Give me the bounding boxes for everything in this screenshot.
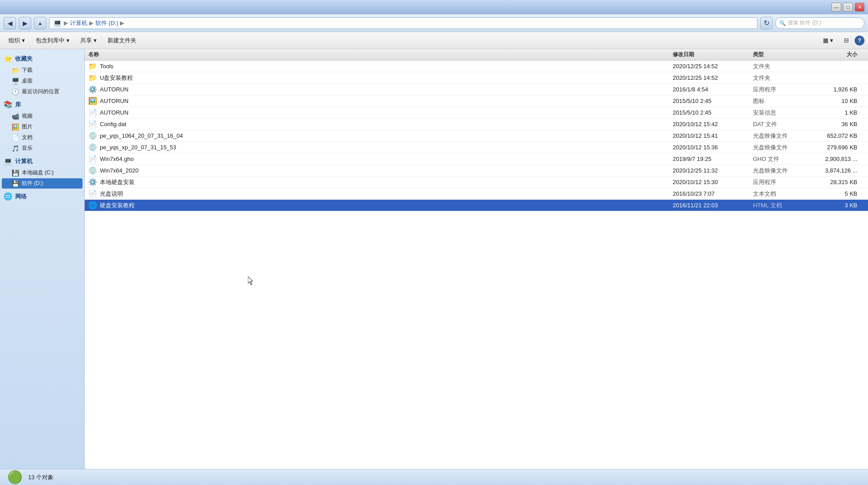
path-separator: ▶ <box>64 20 68 26</box>
include-library-label: 包含到库中 <box>36 37 65 45</box>
table-row[interactable]: 📄 AUTORUN 2015/5/10 2:45 安装信息 1 KB <box>85 107 868 119</box>
up-button[interactable]: ▲ <box>34 17 46 29</box>
sidebar-item-local-disk[interactable]: 💾 本地磁盘 (C:) <box>2 168 82 178</box>
table-row[interactable]: 📄 光盘说明 2016/10/23 7:07 文本文档 5 KB <box>85 188 868 200</box>
file-name-cell: 📄 Win7x64.gho <box>88 155 673 163</box>
close-button[interactable]: ✕ <box>855 3 864 12</box>
file-name-cell: 📁 U盘安装教程 <box>88 74 673 82</box>
file-name: Win7x64.gho <box>100 156 134 162</box>
music-label: 音乐 <box>22 144 33 152</box>
sidebar-section-library: 📚 库 📹 视频 🖼️ 图片 📄 文档 🎵 音乐 <box>0 99 84 153</box>
file-name: 光盘说明 <box>100 190 123 198</box>
favorites-label: 收藏夹 <box>15 55 33 63</box>
table-row[interactable]: 💿 pe_yqs_xp_20_07_31_15_53 2020/10/12 15… <box>85 142 868 153</box>
file-icon: ⚙️ <box>88 85 97 94</box>
table-row[interactable]: 📄 Win7x64.gho 2019/9/7 19:25 GHO 文件 2,90… <box>85 153 868 165</box>
table-row[interactable]: 💿 Win7x64_2020 2020/12/25 11:32 光盘映像文件 3… <box>85 165 868 177</box>
sidebar-section-favorites: ⭐ 收藏夹 📁 下载 🖥️ 桌面 🕐 最近访问的位置 <box>0 53 84 97</box>
file-name-cell: 💿 Win7x64_2020 <box>88 166 673 175</box>
sidebar-item-video[interactable]: 📹 视频 <box>2 111 82 121</box>
view-toggle-button[interactable]: ▦ ▾ <box>818 34 838 47</box>
local-disk-icon: 💾 <box>12 169 19 177</box>
sidebar-favorites-header[interactable]: ⭐ 收藏夹 <box>0 53 84 65</box>
share-button[interactable]: 共享 ▾ <box>75 34 102 47</box>
minimize-button[interactable]: — <box>831 3 841 12</box>
include-library-button[interactable]: 包含到库中 ▾ <box>31 34 74 47</box>
sidebar-item-doc[interactable]: 📄 文档 <box>2 132 82 143</box>
organize-button[interactable]: 组织 ▾ <box>4 34 30 47</box>
new-folder-label: 新建文件夹 <box>107 37 136 45</box>
file-modified: 2016/1/8 4:54 <box>673 86 753 93</box>
file-type: 光盘映像文件 <box>753 144 811 152</box>
file-type: 文件夹 <box>753 74 811 82</box>
doc-icon: 📄 <box>12 134 19 141</box>
doc-label: 文档 <box>22 134 33 141</box>
file-modified: 2020/12/25 14:52 <box>673 74 753 81</box>
maximize-button[interactable]: □ <box>843 3 853 12</box>
file-name: 硬盘安装教程 <box>100 201 135 210</box>
table-row[interactable]: 💿 pe_yqs_1064_20_07_31_16_04 2020/10/12 … <box>85 130 868 142</box>
forward-button[interactable]: ▶ <box>19 17 31 29</box>
layout-button[interactable]: ⊟ <box>839 34 854 47</box>
soft-disk-label: 软件 (D:) <box>22 180 43 187</box>
file-list: 名称 修改日期 类型 大小 📁 Tools 2020/12/25 14:52 文… <box>85 49 868 469</box>
table-row[interactable]: 🖼️ AUTORUN 2015/5/10 2:45 图标 10 KB <box>85 95 868 107</box>
file-size: 1,926 KB <box>811 86 864 93</box>
column-header-name[interactable]: 名称 <box>88 51 673 58</box>
sidebar-item-image[interactable]: 🖼️ 图片 <box>2 122 82 132</box>
help-button[interactable]: ? <box>855 36 864 45</box>
table-row[interactable]: 📄 Config.dat 2020/10/12 15:42 DAT 文件 36 … <box>85 119 868 130</box>
file-name: Tools <box>100 63 113 70</box>
file-name: pe_yqs_xp_20_07_31_15_53 <box>100 144 176 151</box>
video-label: 视频 <box>22 112 33 120</box>
refresh-button[interactable]: ↻ <box>760 17 773 29</box>
column-header-modified[interactable]: 修改日期 <box>673 51 753 58</box>
column-header-type[interactable]: 类型 <box>753 51 811 58</box>
title-bar-buttons: — □ ✕ <box>831 3 864 12</box>
sidebar-computer-header[interactable]: 💻 计算机 <box>0 155 84 167</box>
address-path[interactable]: 💻 ▶ 计算机 ▶ 软件 (D:) ▶ <box>49 17 757 29</box>
path-arrow: ▶ <box>120 20 124 26</box>
path-computer[interactable]: 计算机 <box>70 19 87 27</box>
file-size: 652,072 KB <box>811 132 864 139</box>
path-drive[interactable]: 软件 (D:) <box>95 19 118 27</box>
file-icon: 💿 <box>88 143 97 152</box>
music-icon: 🎵 <box>12 145 19 152</box>
file-name-cell: 📄 AUTORUN <box>88 108 673 117</box>
file-size: 3,874,126 ... <box>811 167 864 174</box>
image-label: 图片 <box>22 123 33 131</box>
table-row[interactable]: 📁 U盘安装教程 2020/12/25 14:52 文件夹 <box>85 72 868 84</box>
sidebar-library-header[interactable]: 📚 库 <box>0 99 84 111</box>
back-button[interactable]: ◀ <box>4 17 16 29</box>
download-label: 下载 <box>22 66 33 74</box>
file-name: AUTORUN <box>100 98 128 104</box>
file-size: 36 KB <box>811 121 864 127</box>
file-modified: 2020/12/25 14:52 <box>673 63 753 70</box>
sidebar-item-soft-disk[interactable]: 💾 软件 (D:) <box>2 178 82 189</box>
file-name: Win7x64_2020 <box>100 167 139 174</box>
file-icon: 📁 <box>88 74 97 82</box>
file-size: 2,900,813 ... <box>811 156 864 162</box>
library-label: 库 <box>15 101 21 109</box>
file-modified: 2019/9/7 19:25 <box>673 156 753 162</box>
file-type: 文本文档 <box>753 190 811 198</box>
main-layout: ⭐ 收藏夹 📁 下载 🖥️ 桌面 🕐 最近访问的位置 📚 库 <box>0 49 868 469</box>
new-folder-button[interactable]: 新建文件夹 <box>103 34 141 47</box>
table-row[interactable]: ⚙️ AUTORUN 2016/1/8 4:54 应用程序 1,926 KB <box>85 84 868 95</box>
toolbar: 组织 ▾ 包含到库中 ▾ 共享 ▾ 新建文件夹 ▦ ▾ ⊟ ? <box>0 32 868 49</box>
column-header-size[interactable]: 大小 <box>811 51 864 58</box>
file-icon: 🌐 <box>88 201 97 210</box>
sidebar-item-recent[interactable]: 🕐 最近访问的位置 <box>2 86 82 97</box>
sidebar-network-header[interactable]: 🌐 网络 <box>0 190 84 202</box>
share-label: 共享 <box>80 37 92 45</box>
table-row[interactable]: ⚙️ 本地硬盘安装 2020/10/12 15:30 应用程序 28,315 K… <box>85 177 868 188</box>
table-row[interactable]: 🌐 硬盘安装教程 2016/11/21 22:03 HTML 文档 3 KB <box>85 200 868 211</box>
video-icon: 📹 <box>12 113 19 120</box>
search-box[interactable]: 🔍 搜索 软件 (D:) <box>775 17 864 29</box>
sidebar-item-desktop[interactable]: 🖥️ 桌面 <box>2 76 82 86</box>
file-name-cell: ⚙️ AUTORUN <box>88 85 673 94</box>
sidebar-item-music[interactable]: 🎵 音乐 <box>2 143 82 153</box>
sidebar-item-download[interactable]: 📁 下载 <box>2 65 82 75</box>
desktop-label: 桌面 <box>22 77 33 85</box>
table-row[interactable]: 📁 Tools 2020/12/25 14:52 文件夹 <box>85 61 868 72</box>
